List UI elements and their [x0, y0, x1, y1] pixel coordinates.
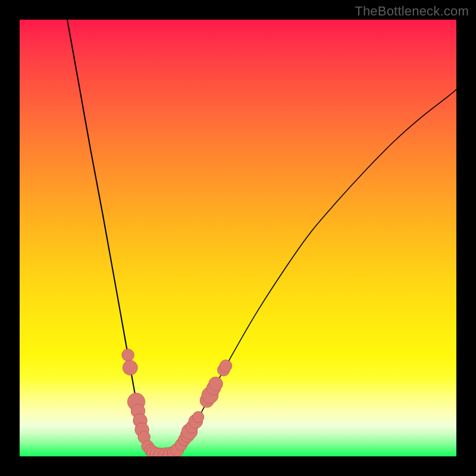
marker-point [122, 349, 134, 361]
curve-layer [20, 20, 456, 456]
marker-point [193, 411, 204, 422]
marker-group [122, 349, 232, 456]
curve-left-branch [67, 20, 164, 456]
bottleneck-curve [67, 20, 456, 456]
marker-point [220, 360, 232, 372]
marker-point [209, 377, 223, 390]
marker-point [123, 361, 137, 375]
chart-frame: TheBottleneck.com [0, 0, 476, 476]
watermark-text: TheBottleneck.com [355, 4, 469, 19]
plot-area [20, 20, 456, 456]
